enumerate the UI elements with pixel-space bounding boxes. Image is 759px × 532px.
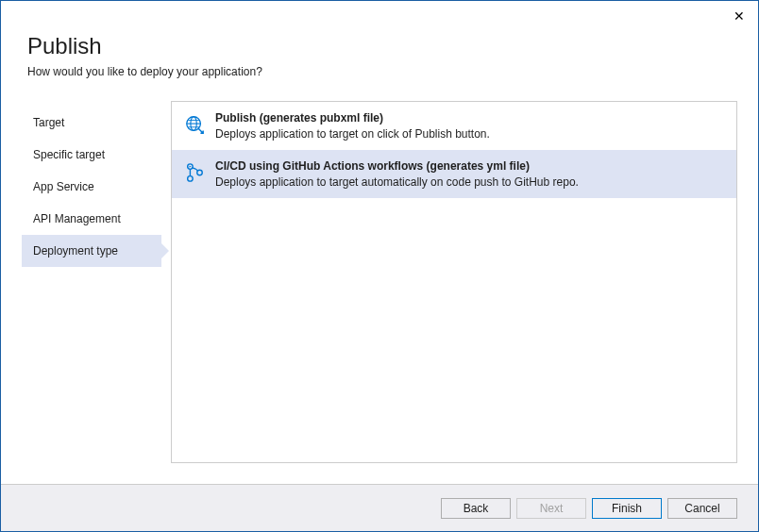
sidebar-item-specific-target[interactable]: Specific target bbox=[22, 139, 161, 171]
wizard-steps-sidebar: Target Specific target App Service API M… bbox=[22, 101, 161, 463]
option-cicd-github[interactable]: CI/CD using GitHub Actions workflows (ge… bbox=[172, 150, 736, 198]
header: Publish How would you like to deploy you… bbox=[1, 1, 758, 88]
option-desc: Deploys application to target on click o… bbox=[215, 127, 723, 141]
workflow-branch-icon bbox=[183, 161, 206, 184]
options-panel: Publish (generates pubxml file) Deploys … bbox=[171, 101, 737, 463]
sidebar-item-label: Deployment type bbox=[33, 244, 118, 258]
sidebar-item-label: Target bbox=[33, 116, 64, 129]
dialog-footer: Back Next Finish Cancel bbox=[1, 484, 758, 531]
sidebar-item-label: API Management bbox=[33, 212, 121, 225]
option-publish[interactable]: Publish (generates pubxml file) Deploys … bbox=[172, 102, 736, 150]
page-title: Publish bbox=[27, 33, 732, 59]
sidebar-item-label: Specific target bbox=[33, 148, 105, 161]
sidebar-item-deployment-type[interactable]: Deployment type bbox=[22, 235, 161, 267]
option-desc: Deploys application to target automatica… bbox=[215, 175, 723, 189]
back-button[interactable]: Back bbox=[441, 498, 511, 519]
sidebar-item-label: App Service bbox=[33, 180, 94, 193]
finish-button[interactable]: Finish bbox=[592, 498, 662, 519]
sidebar-item-app-service[interactable]: App Service bbox=[22, 171, 161, 203]
next-button: Next bbox=[516, 498, 586, 519]
globe-publish-icon bbox=[183, 113, 206, 136]
option-title: Publish (generates pubxml file) bbox=[215, 111, 723, 125]
option-title: CI/CD using GitHub Actions workflows (ge… bbox=[215, 159, 723, 173]
cancel-button[interactable]: Cancel bbox=[667, 498, 737, 519]
sidebar-item-target[interactable]: Target bbox=[22, 107, 161, 139]
svg-point-6 bbox=[188, 176, 194, 182]
close-icon[interactable]: ✕ bbox=[734, 8, 745, 24]
sidebar-item-api-management[interactable]: API Management bbox=[22, 203, 161, 235]
page-subtitle: How would you like to deploy your applic… bbox=[27, 65, 732, 78]
